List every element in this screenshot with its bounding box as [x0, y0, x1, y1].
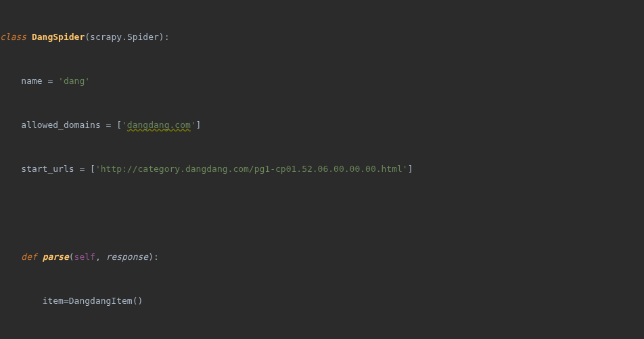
typo-warning: dangdang.com [127, 120, 191, 130]
class-name: DangSpider [32, 32, 85, 42]
self-param: self [74, 252, 95, 262]
function-name: parse [43, 252, 69, 262]
code-line: name = 'dang' [0, 70, 644, 93]
code-line: allowed_domains = ['dangdang.com'] [0, 114, 644, 137]
keyword-class: class [0, 32, 32, 42]
code-line: class DangSpider(scrapy.Spider): [0, 26, 644, 49]
keyword-def: def [21, 252, 42, 262]
code-line [0, 202, 644, 225]
code-line: item=DangdangItem() [0, 290, 644, 313]
code-line: start_urls = ['http://category.dangdang.… [0, 158, 644, 181]
code-editor[interactable]: class DangSpider(scrapy.Spider): name = … [0, 0, 644, 339]
code-line: def parse(self, response): [0, 246, 644, 269]
code-line: item['nid']=response.xpath('//ul[@class=… [0, 334, 644, 340]
